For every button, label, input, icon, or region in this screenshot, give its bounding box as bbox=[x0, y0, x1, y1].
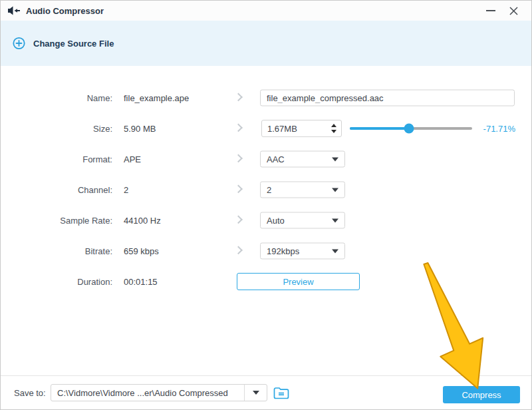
save-path-combo[interactable]: C:\Vidmore\Vidmore ...er\Audio Compresse… bbox=[51, 384, 267, 401]
save-to-label: Save to: bbox=[14, 388, 46, 398]
row-duration: Duration: 00:01:15 Preview bbox=[1, 266, 531, 297]
row-bitrate: Bitrate: 659 kbps 192kbps bbox=[1, 236, 531, 266]
channel-selected: 2 bbox=[267, 185, 271, 195]
row-name: Name: file_example.ape bbox=[1, 83, 531, 113]
change-source-file-button[interactable]: Change Source File bbox=[13, 37, 114, 50]
change-source-file-label: Change Source File bbox=[33, 39, 114, 49]
chevron-right-icon bbox=[234, 154, 243, 163]
name-label: Name: bbox=[1, 93, 112, 103]
audio-compressor-window: Audio Compressor Change Source File bbox=[0, 0, 532, 410]
target-size-spinner bbox=[261, 120, 342, 137]
caret-down-icon bbox=[332, 249, 338, 253]
bitrate-source-value: 659 kbps bbox=[124, 246, 159, 256]
size-source-value: 5.90 MB bbox=[124, 124, 156, 134]
speaker-compress-icon bbox=[7, 5, 21, 16]
output-name-input[interactable] bbox=[260, 90, 515, 106]
bitrate-dropdown[interactable]: 192kbps bbox=[260, 243, 345, 260]
close-icon bbox=[509, 7, 518, 15]
sample-rate-label: Sample Rate: bbox=[1, 216, 112, 226]
channel-label: Channel: bbox=[1, 185, 112, 195]
compression-form: Name: file_example.ape Size: 5.90 MB -71 bbox=[1, 66, 531, 297]
size-slider[interactable] bbox=[350, 123, 472, 134]
channel-source-value: 2 bbox=[124, 185, 128, 195]
minimize-button[interactable] bbox=[479, 1, 502, 21]
sample-rate-selected: Auto bbox=[267, 216, 285, 226]
window-controls bbox=[479, 1, 525, 21]
format-source-value: APE bbox=[124, 154, 141, 164]
titlebar: Audio Compressor bbox=[1, 1, 531, 21]
window-title: Audio Compressor bbox=[26, 6, 104, 16]
target-size-input[interactable] bbox=[262, 124, 327, 134]
caret-down-icon bbox=[332, 157, 338, 161]
spinner-up-icon[interactable] bbox=[331, 124, 336, 127]
format-label: Format: bbox=[1, 154, 112, 164]
spinner-down-icon[interactable] bbox=[331, 130, 336, 133]
slider-thumb[interactable] bbox=[404, 124, 414, 134]
channel-dropdown[interactable]: 2 bbox=[260, 182, 345, 198]
chevron-right-icon bbox=[234, 246, 243, 255]
row-channel: Channel: 2 2 bbox=[1, 174, 531, 205]
save-path-dropdown-button[interactable] bbox=[244, 385, 267, 401]
slider-fill bbox=[350, 127, 409, 130]
duration-source-value: 00:01:15 bbox=[124, 277, 158, 287]
close-button[interactable] bbox=[502, 1, 525, 21]
sample-rate-dropdown[interactable]: Auto bbox=[260, 212, 345, 229]
spinner-buttons bbox=[327, 124, 341, 133]
chevron-right-icon bbox=[234, 185, 243, 194]
save-path-value: C:\Vidmore\Vidmore ...er\Audio Compresse… bbox=[51, 385, 244, 401]
open-folder-button[interactable] bbox=[271, 383, 292, 402]
preview-button[interactable]: Preview bbox=[237, 273, 360, 290]
format-selected: AAC bbox=[267, 154, 285, 164]
source-strip: Change Source File bbox=[1, 21, 531, 66]
bitrate-selected: 192kbps bbox=[267, 246, 299, 256]
minimize-icon bbox=[486, 10, 495, 11]
caret-down-icon bbox=[253, 391, 259, 395]
folder-icon bbox=[273, 385, 290, 400]
caret-down-icon bbox=[332, 188, 338, 192]
bitrate-label: Bitrate: bbox=[1, 246, 112, 256]
name-source-value: file_example.ape bbox=[124, 93, 189, 103]
plus-circle-icon bbox=[13, 37, 25, 50]
chevron-right-icon bbox=[234, 124, 243, 132]
duration-label: Duration: bbox=[1, 277, 112, 287]
compress-button[interactable]: Compress bbox=[443, 386, 520, 403]
sample-rate-source-value: 44100 Hz bbox=[124, 216, 161, 226]
size-reduction-percent: -71.71% bbox=[477, 124, 515, 134]
chevron-right-icon bbox=[234, 93, 243, 102]
row-size: Size: 5.90 MB -71.71% bbox=[1, 113, 531, 144]
row-format: Format: APE AAC bbox=[1, 144, 531, 174]
row-sample-rate: Sample Rate: 44100 Hz Auto bbox=[1, 205, 531, 236]
chevron-right-icon bbox=[234, 216, 243, 224]
footer-bar: Save to: C:\Vidmore\Vidmore ...er\Audio … bbox=[1, 375, 531, 409]
format-dropdown[interactable]: AAC bbox=[260, 151, 345, 168]
size-label: Size: bbox=[1, 124, 112, 134]
caret-down-icon bbox=[332, 218, 338, 222]
